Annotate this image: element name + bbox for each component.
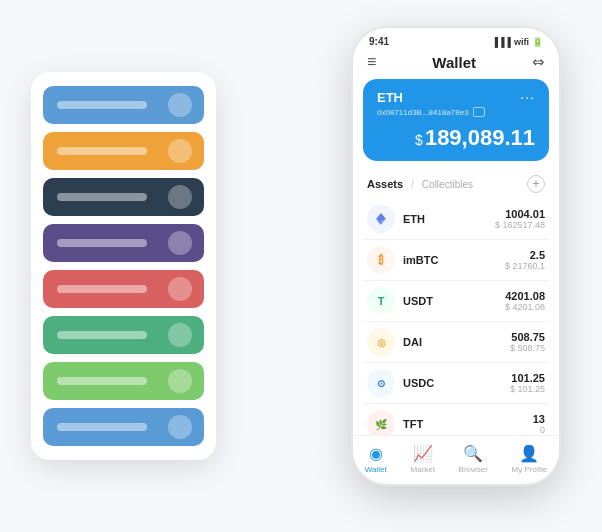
table-row[interactable]: T USDT 4201.08 $ 4201.08 xyxy=(363,281,549,322)
imbtc-icon: ₿ xyxy=(367,246,395,274)
card-icon xyxy=(168,369,192,393)
asset-amount: 1004.01 xyxy=(495,208,545,220)
status-icons: ▐▐▐ wifi 🔋 xyxy=(492,37,543,47)
card-label xyxy=(57,239,147,247)
scene: 9:41 ▐▐▐ wifi 🔋 ≡ Wallet ⇔ ETH ··· xyxy=(21,16,581,516)
tab-separator: / xyxy=(411,179,414,190)
bottom-nav: ◉ Wallet 📈 Market 🔍 Browser 👤 My Profile xyxy=(353,435,559,484)
wallet-balance: $189,089.11 xyxy=(377,125,535,151)
card-label xyxy=(57,147,147,155)
page-title: Wallet xyxy=(432,54,476,71)
signal-icon: ▐▐▐ xyxy=(492,37,511,47)
phone-mockup: 9:41 ▐▐▐ wifi 🔋 ≡ Wallet ⇔ ETH ··· xyxy=(351,26,561,486)
nav-item-profile[interactable]: 👤 My Profile xyxy=(512,444,548,474)
wallet-coin-name: ETH xyxy=(377,90,403,105)
card-stack xyxy=(31,72,216,460)
card-icon xyxy=(168,415,192,439)
asset-name: TFT xyxy=(403,418,423,430)
asset-name: USDT xyxy=(403,295,433,307)
list-item[interactable] xyxy=(43,270,204,308)
scan-icon[interactable]: ⇔ xyxy=(532,53,545,71)
table-row[interactable]: 🌿 TFT 13 0 xyxy=(363,404,549,435)
phone-header: ≡ Wallet ⇔ xyxy=(353,51,559,79)
asset-usd: 0 xyxy=(533,425,545,435)
asset-name: USDC xyxy=(403,377,434,389)
tab-assets[interactable]: Assets xyxy=(367,178,403,190)
profile-nav-icon: 👤 xyxy=(519,444,539,463)
status-time: 9:41 xyxy=(369,36,389,47)
table-row[interactable]: ⊙ USDC 101.25 $ 101.25 xyxy=(363,363,549,404)
card-label xyxy=(57,423,147,431)
asset-usd: $ 21760.1 xyxy=(505,261,545,271)
asset-name: DAI xyxy=(403,336,422,348)
card-icon xyxy=(168,277,192,301)
card-icon xyxy=(168,185,192,209)
nav-label-wallet: Wallet xyxy=(365,465,387,474)
list-item[interactable] xyxy=(43,362,204,400)
more-options-icon[interactable]: ··· xyxy=(520,89,535,105)
assets-header: Assets / Collectibles + xyxy=(353,171,559,199)
usdc-icon: ⊙ xyxy=(367,369,395,397)
table-row[interactable]: ₿ imBTC 2.5 $ 21760.1 xyxy=(363,240,549,281)
status-bar: 9:41 ▐▐▐ wifi 🔋 xyxy=(353,28,559,51)
card-label xyxy=(57,377,147,385)
asset-usd: $ 508.75 xyxy=(510,343,545,353)
asset-name: ETH xyxy=(403,213,425,225)
asset-amount: 13 xyxy=(533,413,545,425)
dai-icon: ◎ xyxy=(367,328,395,356)
wallet-card[interactable]: ETH ··· 0x08711d3B...8418a78e3 $189,089.… xyxy=(363,79,549,161)
assets-tabs: Assets / Collectibles xyxy=(367,178,473,190)
list-item[interactable] xyxy=(43,408,204,446)
list-item[interactable] xyxy=(43,224,204,262)
asset-amount: 4201.08 xyxy=(505,290,545,302)
battery-icon: 🔋 xyxy=(532,37,543,47)
asset-list: ETH 1004.01 $ 162517.48 ₿ imBTC xyxy=(353,199,559,435)
card-icon xyxy=(168,323,192,347)
nav-item-browser[interactable]: 🔍 Browser xyxy=(459,444,488,474)
asset-name: imBTC xyxy=(403,254,438,266)
market-nav-icon: 📈 xyxy=(413,444,433,463)
card-label xyxy=(57,331,147,339)
nav-label-profile: My Profile xyxy=(512,465,548,474)
asset-amount: 508.75 xyxy=(510,331,545,343)
table-row[interactable]: ETH 1004.01 $ 162517.48 xyxy=(363,199,549,240)
asset-amount: 2.5 xyxy=(505,249,545,261)
list-item[interactable] xyxy=(43,178,204,216)
tft-icon: 🌿 xyxy=(367,410,395,435)
add-asset-button[interactable]: + xyxy=(527,175,545,193)
nav-item-wallet[interactable]: ◉ Wallet xyxy=(365,444,387,474)
list-item[interactable] xyxy=(43,316,204,354)
copy-icon[interactable] xyxy=(473,107,485,117)
card-icon xyxy=(168,231,192,255)
usdt-icon: T xyxy=(367,287,395,315)
asset-usd: $ 4201.08 xyxy=(505,302,545,312)
card-label xyxy=(57,285,147,293)
menu-icon[interactable]: ≡ xyxy=(367,53,376,71)
asset-amount: 101.25 xyxy=(510,372,545,384)
card-icon xyxy=(168,93,192,117)
wallet-address: 0x08711d3B...8418a78e3 xyxy=(377,107,535,117)
nav-label-browser: Browser xyxy=(459,465,488,474)
card-icon xyxy=(168,139,192,163)
card-label xyxy=(57,193,147,201)
asset-usd: $ 162517.48 xyxy=(495,220,545,230)
table-row[interactable]: ◎ DAI 508.75 $ 508.75 xyxy=(363,322,549,363)
nav-item-market[interactable]: 📈 Market xyxy=(410,444,434,474)
eth-icon xyxy=(367,205,395,233)
browser-nav-icon: 🔍 xyxy=(463,444,483,463)
tab-collectibles[interactable]: Collectibles xyxy=(422,179,473,190)
nav-label-market: Market xyxy=(410,465,434,474)
list-item[interactable] xyxy=(43,132,204,170)
asset-usd: $ 101.25 xyxy=(510,384,545,394)
list-item[interactable] xyxy=(43,86,204,124)
wifi-icon: wifi xyxy=(514,37,529,47)
card-label xyxy=(57,101,147,109)
wallet-nav-icon: ◉ xyxy=(369,444,383,463)
